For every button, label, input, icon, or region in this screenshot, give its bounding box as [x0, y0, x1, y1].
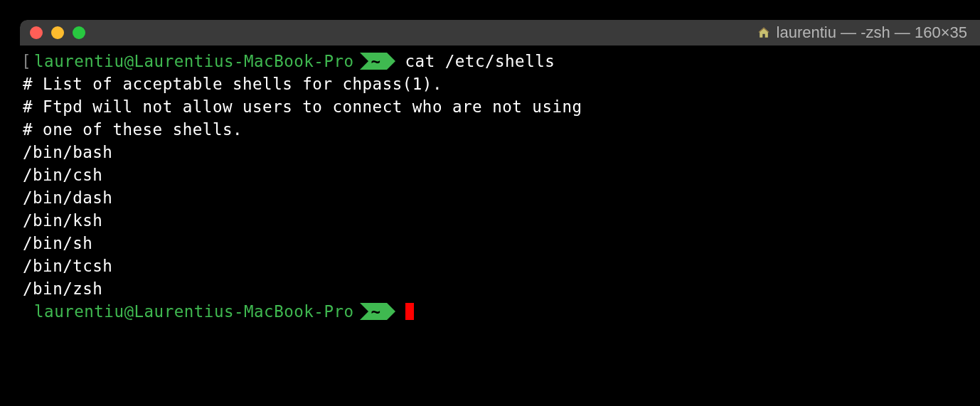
output-line: /bin/csh: [21, 164, 979, 186]
prompt-line-2: laurentiu@Laurentius-MacBook-Pro ~: [21, 300, 979, 323]
cursor-icon: [405, 303, 414, 320]
title-bar: laurentiu — -zsh — 160×35: [20, 20, 980, 46]
bracket-icon: [21, 300, 31, 323]
output-line: /bin/bash: [21, 141, 979, 164]
terminal-body[interactable]: [ laurentiu@Laurentius-MacBook-Pro ~ cat…: [20, 46, 980, 327]
window-title-text: laurentiu — -zsh — 160×35: [777, 23, 967, 42]
bracket-icon: [: [21, 50, 31, 73]
prompt-userhost: laurentiu@Laurentius-MacBook-Pro: [34, 50, 353, 73]
arrow-in-icon: [360, 53, 368, 70]
output-line: /bin/sh: [21, 232, 979, 255]
command-text: cat /etc/shells: [405, 50, 555, 73]
terminal-window: laurentiu — -zsh — 160×35 [ laurentiu@La…: [20, 20, 980, 406]
output-line: # one of these shells.: [21, 118, 979, 141]
output-line: /bin/tcsh: [21, 255, 979, 277]
arrow-out-icon: [387, 53, 395, 70]
window-title: laurentiu — -zsh — 160×35: [757, 23, 967, 42]
prompt-line-1: [ laurentiu@Laurentius-MacBook-Pro ~ cat…: [21, 50, 979, 73]
arrow-in-icon: [360, 303, 368, 320]
arrow-out-icon: [387, 303, 395, 320]
prompt-dir-badge: ~: [360, 303, 395, 320]
output-line: /bin/zsh: [21, 277, 979, 300]
output-line: # List of acceptable shells for chpass(1…: [21, 73, 979, 95]
output-line: # Ftpd will not allow users to connect w…: [21, 95, 979, 118]
minimize-button[interactable]: [51, 26, 64, 39]
prompt-dir-badge: ~: [360, 53, 395, 70]
prompt-userhost: laurentiu@Laurentius-MacBook-Pro: [34, 300, 353, 323]
output-line: /bin/ksh: [21, 209, 979, 232]
maximize-button[interactable]: [73, 26, 85, 39]
traffic-lights: [30, 26, 85, 39]
home-icon: [757, 26, 771, 40]
output-line: /bin/dash: [21, 186, 979, 209]
close-button[interactable]: [30, 26, 43, 39]
